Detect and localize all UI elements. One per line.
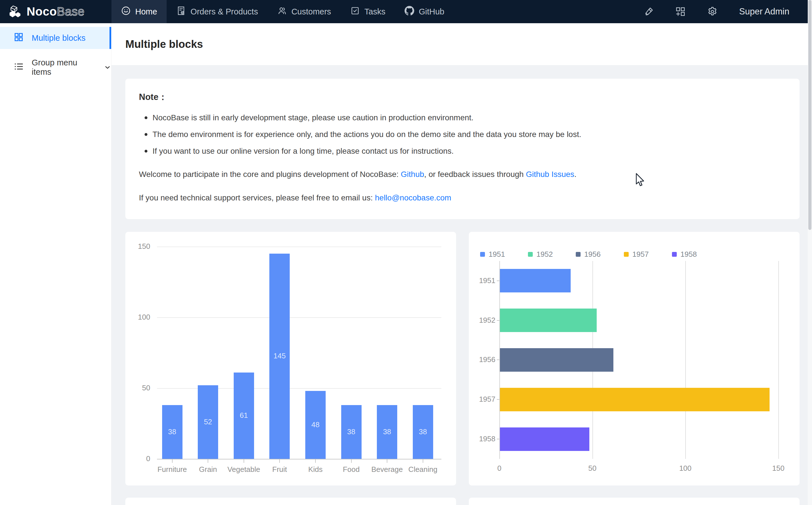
nav-tab-orders-products[interactable]: Orders & Products — [167, 0, 268, 23]
legend-marker — [672, 252, 677, 257]
x-axis-tick — [244, 460, 244, 463]
email-link[interactable]: hello@nocobase.com — [375, 193, 451, 202]
y-axis-category-label: 1956 — [469, 355, 495, 364]
page-header: Multiple blocks — [111, 23, 812, 65]
sidebar-item-multiple-blocks[interactable]: Multiple blocks — [0, 27, 111, 49]
legend-item-1958[interactable]: 1958 — [672, 250, 697, 259]
y-axis-tick — [497, 399, 499, 400]
plugin-blocks-icon[interactable] — [675, 6, 686, 17]
x-axis-tick — [315, 460, 316, 463]
bar-value-label: 61 — [234, 411, 254, 420]
bar-value-label: 38 — [413, 428, 433, 436]
legend-item-1957[interactable]: 1957 — [624, 250, 649, 259]
scrollbar-thumb[interactable] — [808, 0, 811, 230]
note-card: Note： NocoBase is still in early develop… — [125, 79, 800, 219]
bar-1951 — [500, 269, 571, 293]
x-axis-category-label: Cleaning — [400, 465, 446, 474]
bar-1952 — [500, 309, 597, 332]
bar-value-label: 38 — [341, 428, 361, 436]
note-bullet-list: NocoBase is still in early development s… — [143, 112, 786, 157]
sidebar-item-label: Multiple blocks — [32, 33, 85, 43]
bar-1958 — [500, 428, 589, 451]
tasks-checkbox-icon — [350, 6, 360, 18]
bar-value-label: 38 — [162, 428, 183, 436]
main-area: Multiple blocks Note： NocoBase is still … — [111, 23, 812, 505]
charts-row: 05010015038Furniture52Grain61Vegetable14… — [125, 232, 800, 486]
highlighter-icon[interactable] — [644, 6, 654, 17]
navbar-right: Super Admin — [644, 0, 812, 23]
bar-value-label: 48 — [305, 420, 326, 429]
partial-chart-card-left: 2500 — [125, 498, 456, 505]
legend-label: 1957 — [632, 250, 649, 259]
partial-chart-card-right: 4 — [469, 498, 800, 505]
nav-tab-home[interactable]: Home — [111, 0, 167, 23]
nav-tab-label: Home — [135, 7, 157, 16]
welcome-paragraph: Welcome to participate in the core and p… — [139, 168, 786, 181]
y-axis-tick — [497, 439, 499, 439]
legend-marker — [576, 252, 581, 257]
settings-gear-icon[interactable] — [707, 6, 718, 17]
x-axis-tick — [172, 460, 173, 463]
legend-marker — [528, 252, 533, 257]
x-axis-tick-label: 100 — [671, 464, 700, 473]
nav-tab-label: Customers — [291, 7, 331, 16]
gridline — [157, 317, 441, 318]
github-issues-link[interactable]: Github Issues — [526, 170, 574, 179]
x-axis-tick — [423, 460, 423, 463]
user-menu[interactable]: Super Admin — [739, 6, 790, 17]
y-axis-tick-label: 100 — [125, 313, 150, 322]
legend-item-1952[interactable]: 1952 — [528, 250, 553, 259]
nav-tab-label: GitHub — [419, 7, 444, 16]
page-title: Multiple blocks — [125, 38, 203, 50]
legend-label: 1951 — [489, 250, 505, 259]
bar-1957 — [500, 388, 770, 411]
legend-item-1951[interactable]: 1951 — [480, 250, 505, 259]
x-axis-tick-label: 50 — [578, 464, 607, 473]
y-axis-tick — [497, 281, 499, 281]
page-scrollbar[interactable] — [808, 0, 812, 505]
sidebar-item-label: Group menu items — [32, 58, 92, 77]
nav-tab-customers[interactable]: Customers — [268, 0, 341, 23]
y-axis-category-label: 1951 — [469, 276, 495, 285]
x-axis-tick-label: 0 — [485, 464, 514, 473]
nav-tabs: Home Orders & Products Cust — [111, 0, 454, 23]
nav-tab-label: Tasks — [364, 7, 385, 16]
nav-tab-tasks[interactable]: Tasks — [341, 0, 395, 23]
legend-label: 1958 — [681, 250, 697, 259]
welcome-text: Welcome to participate in the core and p… — [139, 170, 401, 179]
x-axis-tick — [279, 460, 280, 463]
nocobase-cube-icon — [8, 5, 21, 19]
github-icon — [404, 6, 414, 18]
legend-marker — [624, 252, 629, 257]
appstore-grid-icon — [14, 32, 24, 44]
legend-item-1956[interactable]: 1956 — [576, 250, 601, 259]
bar-1956 — [500, 348, 613, 372]
gridline — [685, 261, 686, 459]
x-axis-tick — [351, 460, 352, 463]
top-navbar: NocoBase Home O — [0, 0, 812, 23]
x-axis-tick — [208, 460, 208, 463]
note-bullet: The demo environment is for experience o… — [143, 128, 786, 141]
y-axis-category-label: 1952 — [469, 316, 495, 325]
welcome-text: . — [574, 170, 577, 179]
y-axis-tick — [497, 320, 499, 321]
y-axis-tick-label: 150 — [125, 242, 150, 251]
nav-tab-github[interactable]: GitHub — [395, 0, 454, 23]
bar-value-label: 52 — [198, 417, 218, 426]
github-link[interactable]: Github — [401, 170, 425, 179]
sidebar-item-group-menu-items[interactable]: Group menu items — [0, 56, 111, 78]
support-text: If you need technical support services, … — [139, 193, 375, 202]
bar-value-label: 38 — [377, 428, 397, 436]
active-indicator — [109, 27, 111, 49]
nav-tab-label: Orders & Products — [191, 7, 258, 16]
unordered-list-icon — [14, 61, 24, 73]
nocobase-logo[interactable]: NocoBase — [0, 0, 111, 23]
legend-label: 1952 — [536, 250, 553, 259]
support-paragraph: If you need technical support services, … — [139, 192, 786, 204]
gridline — [157, 246, 441, 247]
y-axis-category-label: 1957 — [469, 395, 495, 404]
smiley-icon — [121, 6, 131, 18]
customers-people-icon — [277, 6, 287, 18]
gridline — [778, 261, 779, 459]
legend-marker — [480, 252, 485, 257]
